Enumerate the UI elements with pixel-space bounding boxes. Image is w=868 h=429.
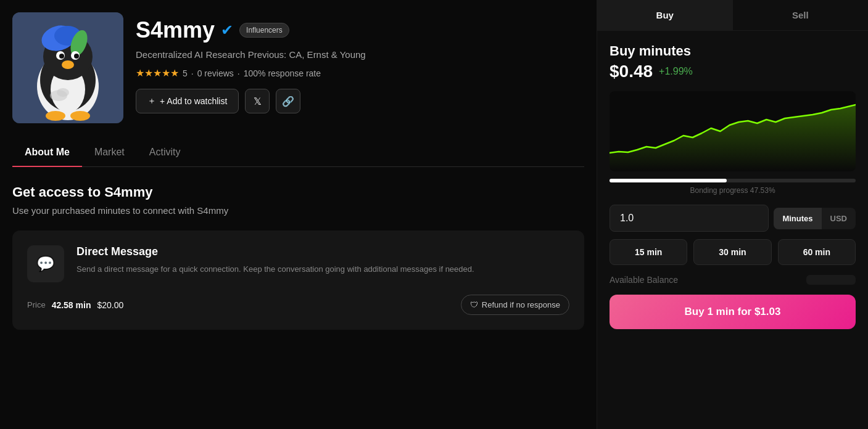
service-desc: Send a direct message for a quick connec… [76,263,569,276]
current-price: $0.48 [610,62,653,81]
svg-point-12 [62,60,74,69]
tabs: About Me Market Activity [12,138,584,167]
content-title: Get access to S4mmy [12,184,584,200]
progress-bar-bg [610,179,856,182]
svg-point-10 [59,54,64,59]
rating-score: 5 [183,68,188,78]
service-icon: 💬 [27,245,64,282]
content-subtitle: Use your purchased minutes to connect wi… [12,205,584,216]
tab-activity[interactable]: Activity [137,138,193,166]
price-chart [610,91,856,171]
price-label: Price [27,300,46,309]
profile-bio: Decentralized AI Research Previous: CA, … [136,49,584,60]
buy-sell-toggle: Buy Sell [597,0,868,31]
message-icon: 💬 [36,255,55,272]
avatar [12,12,123,123]
right-panel: Buy Sell Buy minutes $0.48 +1.99% [597,0,868,429]
usd-unit-btn[interactable]: USD [822,208,856,229]
right-content: Buy minutes $0.48 +1.99% [597,31,868,429]
price-display-row: $0.48 +1.99% [610,62,856,81]
response-rate: 100% response rate [244,68,321,78]
balance-value-box [806,275,856,285]
duration-30-btn[interactable]: 30 min [693,239,771,265]
review-count: 0 reviews [197,68,234,78]
service-card-inner: 💬 Direct Message Send a direct message f… [27,245,569,282]
duration-60-btn[interactable]: 60 min [778,239,856,265]
refund-button[interactable]: 🛡 Refund if no response [461,295,569,315]
profile-info: S4mmy ✔ Influencers Decentralized AI Res… [136,12,584,113]
minutes-unit-btn[interactable]: Minutes [774,208,821,229]
profile-name-row: S4mmy ✔ Influencers [136,17,584,43]
service-footer: Price 42.58 min $20.00 🛡 Refund if no re… [27,295,569,315]
rating-separator2: · [238,68,240,78]
watchlist-label: + Add to watchlist [160,96,227,106]
progress-label: Bonding progress 47.53% [610,186,856,195]
refund-label: Refund if no response [482,300,560,309]
amount-input[interactable] [610,205,769,232]
profile-header: S4mmy ✔ Influencers Decentralized AI Res… [12,12,584,123]
progress-bar-fill [610,179,727,182]
unit-toggle: Minutes USD [774,208,856,229]
sell-tab[interactable]: Sell [733,0,869,30]
price-usd: $20.00 [97,300,123,310]
action-row: ＋ + Add to watchlist 𝕏 🔗 [136,89,584,113]
tab-about[interactable]: About Me [12,138,82,166]
rating-row: ★★★★★ 5 · 0 reviews · 100% response rate [136,67,584,79]
plus-icon: ＋ [147,96,156,107]
rating-separator1: · [191,68,194,78]
service-card: 💬 Direct Message Send a direct message f… [12,231,584,330]
price-change: +1.99% [659,66,693,77]
price-info: Price 42.58 min $20.00 [27,300,123,310]
tab-market[interactable]: Market [82,138,137,166]
buy-cta-button[interactable]: Buy 1 min for $1.03 [610,295,856,329]
link-button[interactable]: 🔗 [276,89,300,113]
link-icon: 🔗 [282,96,294,107]
duration-15-btn[interactable]: 15 min [610,239,687,265]
stars: ★★★★★ [136,67,179,79]
verified-icon: ✔ [221,22,233,39]
svg-point-16 [57,88,69,97]
bonding-progress-section: Bonding progress 47.53% [610,179,856,195]
influencer-badge: Influencers [239,23,289,38]
watchlist-button[interactable]: ＋ + Add to watchlist [136,89,239,113]
chart-svg [610,91,856,171]
buy-tab[interactable]: Buy [597,0,733,30]
balance-row: Available Balance [610,275,856,285]
twitter-button[interactable]: 𝕏 [245,89,270,113]
price-minutes: 42.58 min [52,300,91,310]
balance-label: Available Balance [610,275,678,285]
profile-name: S4mmy [136,17,215,43]
twitter-icon: 𝕏 [254,96,262,107]
svg-point-14 [70,111,90,121]
left-panel: S4mmy ✔ Influencers Decentralized AI Res… [0,0,597,429]
shield-icon: 🛡 [470,300,478,309]
service-title: Direct Message [76,245,569,258]
duration-row: 15 min 30 min 60 min [610,239,856,265]
svg-point-11 [74,54,79,59]
svg-point-13 [46,111,65,121]
amount-row: Minutes USD [610,205,856,232]
buy-title: Buy minutes [610,43,856,59]
svg-marker-17 [610,105,856,171]
service-info: Direct Message Send a direct message for… [76,245,569,282]
